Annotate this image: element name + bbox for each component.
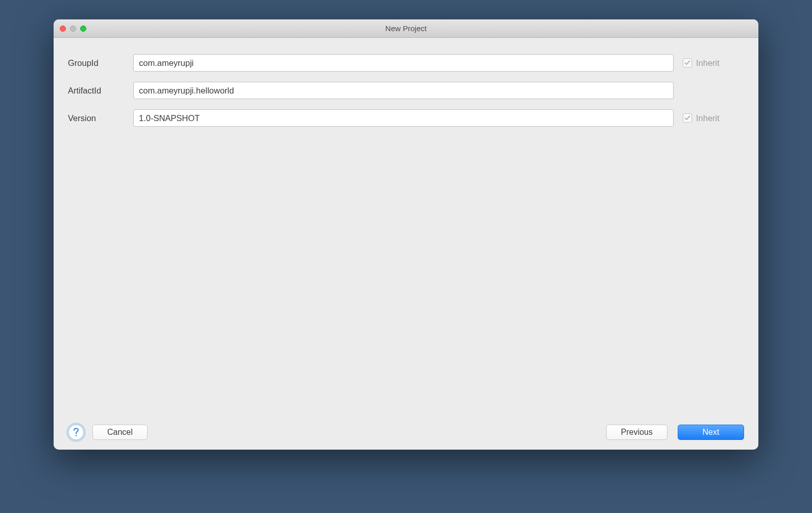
cancel-button[interactable]: Cancel [92, 425, 148, 440]
version-row: Version Inherit [68, 109, 744, 127]
group-id-inherit-checkbox [683, 58, 692, 67]
footer-right-buttons: Previous Next [606, 425, 744, 440]
checkmark-icon [684, 115, 690, 121]
group-id-inherit: Inherit [683, 58, 744, 68]
svg-point-0 [76, 435, 77, 436]
close-icon[interactable] [60, 26, 66, 32]
help-button[interactable] [68, 424, 84, 440]
group-id-input[interactable] [133, 54, 674, 72]
next-button[interactable]: Next [678, 425, 744, 440]
titlebar: New Project [54, 19, 758, 38]
window-title: New Project [54, 24, 758, 33]
group-id-label: GroupId [68, 58, 133, 68]
version-input[interactable] [133, 109, 674, 127]
traffic-lights [54, 26, 86, 32]
group-id-row: GroupId Inherit [68, 54, 744, 72]
previous-button[interactable]: Previous [606, 425, 667, 440]
version-inherit-label: Inherit [696, 113, 720, 123]
group-id-inherit-label: Inherit [696, 58, 720, 68]
minimize-icon [70, 26, 76, 32]
maven-coord-form: GroupId Inherit ArtifactId Version [68, 54, 744, 127]
version-inherit: Inherit [683, 113, 744, 123]
artifact-id-input[interactable] [133, 82, 674, 99]
version-inherit-checkbox [683, 113, 692, 123]
help-icon [73, 428, 80, 437]
artifact-id-label: ArtifactId [68, 86, 133, 96]
maximize-icon[interactable] [80, 26, 86, 32]
dialog-content: GroupId Inherit ArtifactId Version [54, 38, 758, 450]
checkmark-icon [684, 60, 690, 66]
new-project-dialog: New Project GroupId Inherit ArtifactId [54, 19, 758, 450]
dialog-footer: Cancel Previous Next [68, 415, 744, 440]
artifact-id-row: ArtifactId [68, 82, 744, 99]
version-label: Version [68, 113, 133, 123]
